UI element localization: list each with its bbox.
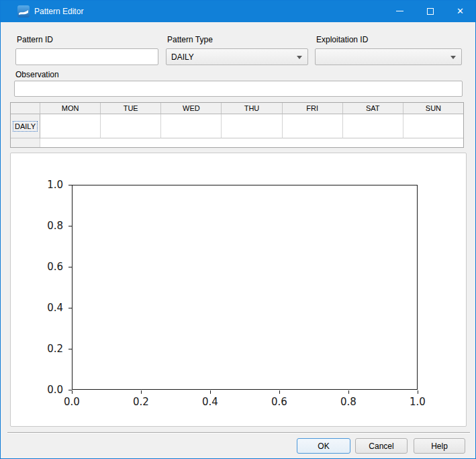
chevron-down-icon [297,56,302,59]
table-cell-sat[interactable] [343,114,403,138]
table-cell-mon[interactable] [40,114,101,138]
row-header-daily[interactable]: DAILY [11,114,40,138]
x-tick-label: 0.6 [266,396,293,408]
stub-row-header [11,138,40,147]
x-tick-mark [279,390,280,394]
x-tick-label: 0.4 [197,396,224,408]
observation-label: Observation [15,70,59,79]
observation-input[interactable] [14,81,463,97]
column-header-sat[interactable]: SAT [343,103,403,114]
titlebar[interactable]: Pattern Editor ✕ [1,1,475,22]
table-cell-thu[interactable] [222,114,282,138]
column-header-sun[interactable]: SUN [403,103,463,114]
y-tick-mark [68,349,72,349]
x-tick-mark [72,390,73,394]
app-icon [17,5,30,17]
minimize-icon [396,11,403,11]
y-tick-mark [68,267,72,267]
row-header-label: DAILY [13,121,38,132]
table-cell-wed[interactable] [161,114,222,138]
window-title: Pattern Editor [34,1,83,22]
exploitation-id-label: Exploitation ID [316,35,368,44]
minimize-button[interactable] [385,1,415,22]
y-tick-label: 0.0 [38,384,63,396]
stub-row-body [40,138,463,147]
pattern-id-label: Pattern ID [17,35,53,44]
y-tick-label: 0.6 [38,261,63,273]
y-tick-label: 0.4 [38,302,63,314]
maximize-button[interactable] [415,1,445,22]
table-header-row: MONTUEWEDTHUFRISATSUN [11,103,463,114]
column-header-wed[interactable]: WED [161,103,222,114]
exploitation-id-dropdown[interactable] [315,48,462,65]
x-tick-label: 1.0 [404,396,431,408]
pattern-editor-window: Pattern Editor ✕ Pattern ID Pattern Type… [0,0,476,459]
close-button[interactable]: ✕ [445,1,475,22]
plot-panel: 0.00.20.40.60.81.00.00.20.40.60.81.0 [10,153,467,427]
table-cell-fri[interactable] [283,114,343,138]
x-tick-mark [141,390,142,394]
column-header-tue[interactable]: TUE [101,103,161,114]
chevron-down-icon [450,56,456,59]
y-tick-mark [68,185,72,185]
y-tick-mark [68,226,72,226]
pattern-type-label: Pattern Type [167,35,213,44]
x-tick-label: 0.0 [58,396,85,408]
caption-buttons: ✕ [385,1,475,22]
table-cell-sun[interactable] [403,114,463,138]
table-corner-cell [11,103,40,114]
column-header-mon[interactable]: MON [40,103,101,114]
wave-icon [17,5,30,17]
x-tick-mark [348,390,349,394]
table-stub-row [11,138,463,147]
y-tick-mark [68,308,72,308]
pattern-id-input[interactable] [15,48,158,65]
maximize-icon [427,8,434,15]
column-header-fri[interactable]: FRI [283,103,343,114]
x-tick-label: 0.8 [335,396,362,408]
x-tick-mark [210,390,211,394]
footer-separator [7,432,470,433]
table-cell-tue[interactable] [101,114,161,138]
y-tick-label: 0.2 [38,343,63,355]
table-row: DAILY [11,114,463,138]
column-header-thu[interactable]: THU [222,103,282,114]
x-tick-label: 0.2 [128,396,154,408]
y-tick-label: 1.0 [38,179,63,191]
ok-button[interactable]: OK [297,438,350,454]
pattern-type-dropdown[interactable]: DAILY [166,48,308,65]
pattern-table: MONTUEWEDTHUFRISATSUN DAILY [10,102,464,148]
plot-axes [72,185,418,390]
pattern-type-value: DAILY [171,52,194,62]
x-tick-mark [418,390,418,394]
close-icon: ✕ [457,7,464,15]
y-tick-label: 0.8 [38,220,63,232]
help-button[interactable]: Help [414,438,465,454]
cancel-button[interactable]: Cancel [355,438,408,454]
